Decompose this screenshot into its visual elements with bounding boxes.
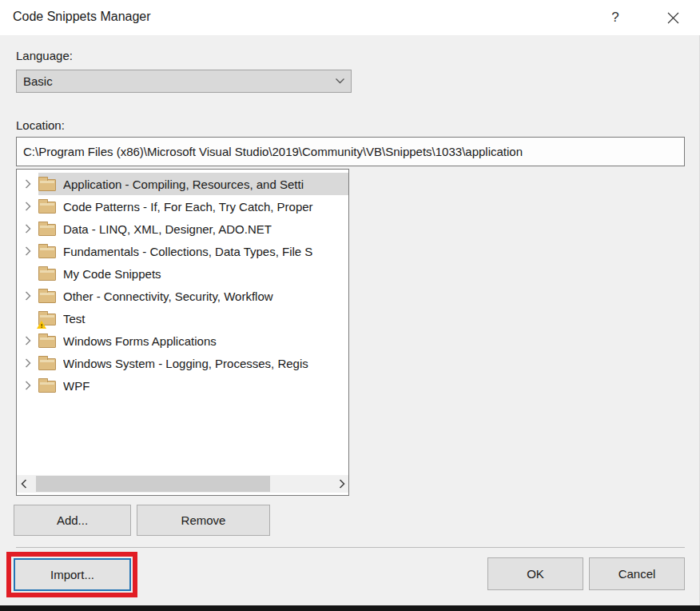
divider [16, 547, 685, 548]
folder-icon [38, 289, 58, 303]
scroll-left-icon[interactable] [17, 475, 30, 493]
window-title: Code Snippets Manager [13, 10, 151, 24]
tree-item[interactable]: Application - Compiling, Resources, and … [17, 173, 348, 195]
tree-item-label: Fundamentals - Collections, Data Types, … [63, 245, 312, 258]
remove-button[interactable]: Remove [137, 505, 270, 536]
chevron-right-icon[interactable] [17, 358, 38, 368]
close-button[interactable] [657, 0, 689, 35]
tree-item-label: My Code Snippets [63, 267, 161, 281]
scroll-right-icon[interactable] [335, 475, 348, 493]
tree-item[interactable]: !Test [17, 307, 348, 329]
horizontal-scrollbar[interactable] [17, 475, 348, 493]
folder-icon [38, 177, 58, 191]
location-field[interactable]: C:\Program Files (x86)\Microsoft Visual … [16, 137, 685, 166]
chevron-right-icon[interactable] [17, 179, 38, 189]
chevron-right-icon[interactable] [17, 291, 38, 301]
scrollbar-thumb[interactable] [36, 476, 270, 492]
tree-item[interactable]: WPF [17, 374, 348, 397]
chevron-right-icon[interactable] [17, 336, 38, 345]
tree-item-label: Data - LINQ, XML, Designer, ADO.NET [63, 222, 272, 236]
ok-button[interactable]: OK [487, 557, 583, 590]
folder-icon [38, 356, 58, 370]
add-button[interactable]: Add... [14, 505, 131, 536]
tree-item[interactable]: Code Patterns - If, For Each, Try Catch,… [17, 195, 348, 218]
chevron-right-icon[interactable] [17, 202, 38, 211]
import-button[interactable]: Import... [14, 558, 131, 591]
tree-item-label: Other - Connectivity, Security, Workflow [63, 290, 273, 303]
folder-icon [38, 222, 58, 236]
cancel-button[interactable]: Cancel [589, 557, 685, 590]
tree-item[interactable]: Other - Connectivity, Security, Workflow [17, 285, 348, 307]
snippet-tree: Application - Compiling, Resources, and … [16, 169, 349, 496]
language-selected-value: Basic [17, 74, 328, 88]
help-button[interactable]: ? [601, 0, 630, 35]
language-label: Language: [16, 49, 73, 62]
tree-item[interactable]: Data - LINQ, XML, Designer, ADO.NET [17, 218, 348, 240]
close-icon [667, 12, 679, 24]
location-label: Location: [16, 118, 65, 132]
tree-item[interactable]: My Code Snippets [17, 262, 348, 285]
tree-item[interactable]: Windows Forms Applications [17, 329, 348, 352]
folder-icon [38, 199, 58, 214]
tree-item[interactable]: Fundamentals - Collections, Data Types, … [17, 240, 348, 262]
language-dropdown[interactable]: Basic [16, 70, 352, 93]
folder-icon [38, 333, 58, 348]
folder-icon [38, 378, 58, 393]
chevron-down-icon [328, 78, 351, 85]
chevron-right-icon[interactable] [17, 381, 38, 390]
tree-item-label: Windows Forms Applications [63, 334, 217, 348]
bottom-edge-strip [0, 605, 700, 611]
tree-item-label: Windows System - Logging, Processes, Reg… [63, 357, 308, 370]
folder-icon [38, 266, 58, 281]
tree-item-label: Test [63, 312, 86, 325]
tree-item-label: WPF [63, 379, 89, 393]
titlebar: Code Snippets Manager ? [0, 0, 700, 35]
folder-icon: ! [38, 311, 58, 325]
location-path: C:\Program Files (x86)\Microsoft Visual … [17, 145, 523, 158]
help-icon: ? [611, 10, 618, 26]
tree-item[interactable]: Windows System - Logging, Processes, Reg… [17, 352, 348, 374]
tree-rows: Application - Compiling, Resources, and … [17, 173, 348, 397]
tree-item-label: Code Patterns - If, For Each, Try Catch,… [63, 200, 313, 214]
chevron-right-icon[interactable] [17, 246, 38, 256]
folder-icon [38, 244, 58, 258]
tree-item-label: Application - Compiling, Resources, and … [63, 178, 304, 191]
code-snippets-manager-dialog: Code Snippets Manager ? Language: Basic … [0, 0, 700, 611]
chevron-right-icon[interactable] [17, 224, 38, 234]
